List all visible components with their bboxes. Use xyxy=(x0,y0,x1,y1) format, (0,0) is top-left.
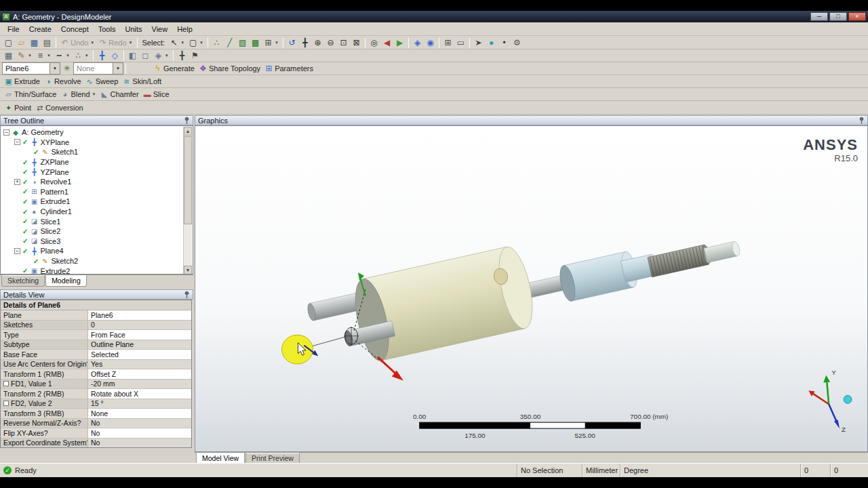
viewports-button[interactable]: ⊞ xyxy=(441,37,454,48)
save-button[interactable]: ▦ xyxy=(28,37,41,48)
wireframe-view-button[interactable]: ◻ xyxy=(139,50,152,62)
tree-item-extrude2[interactable]: ✓▣Extrude2 xyxy=(1,266,193,274)
menu-units[interactable]: Units xyxy=(120,23,146,35)
details-value[interactable]: Outline Plane xyxy=(88,340,191,350)
tree-item-xyplane[interactable]: −✓╋XYPlane xyxy=(1,138,193,148)
menu-help[interactable]: Help xyxy=(172,23,197,35)
chamfer-button[interactable]: ◣Chamfer xyxy=(98,89,140,100)
tree-item-zxplane[interactable]: ✓╋ZXPlane xyxy=(1,157,193,167)
thin-surface-button[interactable]: ▱Thin/Surface xyxy=(2,89,58,100)
zoom-fit-button[interactable]: ⊠ xyxy=(350,37,363,48)
menu-file[interactable]: File xyxy=(3,23,24,35)
settings-button[interactable]: ⚙ xyxy=(511,37,524,48)
tree-item-pattern1[interactable]: ✓⊞Pattern1 xyxy=(1,187,193,197)
details-value[interactable]: Rotate about X xyxy=(88,389,191,399)
scroll-down-icon[interactable]: ▼ xyxy=(184,266,192,274)
blend-button[interactable]: ◕Blend▼ xyxy=(58,89,98,100)
plane-axes-button[interactable]: ✳ xyxy=(60,63,73,75)
conversion-button[interactable]: ⇄Conversion xyxy=(33,102,85,113)
pin-icon[interactable] xyxy=(184,291,190,298)
maximize-button[interactable]: □ xyxy=(829,12,847,21)
plus-expander-icon[interactable]: + xyxy=(14,179,20,185)
rotate-view-button[interactable]: ↺ xyxy=(285,37,298,48)
sketch-filter-combo[interactable]: None ▼ xyxy=(73,62,123,75)
extrude-button[interactable]: ▣Extrude xyxy=(2,76,42,87)
orientation-triad[interactable]: Y Z xyxy=(808,369,852,433)
combo-arrow-icon[interactable]: ▼ xyxy=(50,63,60,74)
edge-color-button[interactable]: ✎▼ xyxy=(15,50,34,62)
tree-item-yzplane[interactable]: ✓╋YZPlane xyxy=(1,167,193,177)
tree-item-slice3[interactable]: ✓◪Slice3 xyxy=(1,237,193,247)
pin-icon[interactable] xyxy=(859,117,865,124)
look-at-button[interactable]: ◉ xyxy=(424,37,437,48)
print-button[interactable]: ▤ xyxy=(41,37,54,48)
selected-face-highlight[interactable] xyxy=(282,335,313,364)
filter-edges-button[interactable]: ╱ xyxy=(223,37,236,48)
zoom-out-button[interactable]: ⊖ xyxy=(324,37,337,48)
minus-expander-icon[interactable]: − xyxy=(14,248,20,254)
menu-tools[interactable]: Tools xyxy=(94,23,121,35)
checkbox-icon[interactable] xyxy=(3,381,9,386)
line-style-button[interactable]: ╍▼ xyxy=(53,50,72,62)
details-value[interactable]: No xyxy=(88,419,191,429)
tab-modeling[interactable]: Modeling xyxy=(45,275,87,287)
tree-item-plane4[interactable]: −✓╋Plane4 xyxy=(1,246,193,256)
combo-arrow-icon[interactable]: ▼ xyxy=(113,63,123,74)
active-plane-combo[interactable]: Plane6 ▼ xyxy=(2,62,60,75)
point-button[interactable]: ✦Point xyxy=(2,102,33,113)
details-value[interactable]: No xyxy=(88,428,191,439)
minimize-button[interactable]: ─ xyxy=(810,12,828,21)
next-view-button[interactable]: ▶ xyxy=(393,37,406,48)
magnifier-button[interactable]: ◎ xyxy=(368,37,380,48)
scroll-up-icon[interactable]: ▲ xyxy=(184,127,192,136)
details-value[interactable]: From Face xyxy=(88,330,191,340)
menu-view[interactable]: View xyxy=(147,23,173,35)
open-button[interactable]: ▱ xyxy=(15,37,28,48)
iso-ball-icon[interactable] xyxy=(844,395,852,403)
box-select-button[interactable]: ▢▼ xyxy=(186,37,205,48)
slice-button[interactable]: ▬Slice xyxy=(141,89,172,100)
line-weight-button[interactable]: ≡▼ xyxy=(34,50,53,62)
details-value[interactable]: Selected xyxy=(88,350,191,360)
zoom-in-button[interactable]: ⊕ xyxy=(311,37,324,48)
tree-item-slice1[interactable]: ✓◪Slice1 xyxy=(1,216,193,226)
sweep-button[interactable]: ∿Sweep xyxy=(83,76,121,87)
graphics-canvas[interactable]: ANSYS R15.0 xyxy=(195,125,868,452)
menu-create[interactable]: Create xyxy=(24,23,56,35)
minus-expander-icon[interactable]: − xyxy=(3,129,9,136)
tree-scrollbar[interactable]: ▲ ▼ xyxy=(183,127,192,274)
pin-icon[interactable] xyxy=(184,117,190,124)
details-value[interactable]: None xyxy=(88,409,191,419)
previous-view-button[interactable]: ◀ xyxy=(380,37,393,48)
shaded-view-button[interactable]: ◧ xyxy=(126,50,139,62)
tree-item-sketch2[interactable]: ✓✎Sketch2 xyxy=(1,256,193,266)
filter-bodies-button[interactable]: ▩ xyxy=(249,37,262,48)
tail-pipe-body[interactable] xyxy=(704,241,741,262)
tab-sketching[interactable]: Sketching xyxy=(1,275,45,287)
minus-expander-icon[interactable]: − xyxy=(14,139,20,145)
menu-concept[interactable]: Concept xyxy=(56,23,94,35)
generate-button[interactable]: ϟ Generate xyxy=(151,63,197,75)
details-value[interactable]: No xyxy=(88,439,191,449)
scroll-thumb[interactable] xyxy=(184,136,192,224)
isometric-view-button[interactable]: ◈ xyxy=(411,37,424,48)
share-topology-button[interactable]: ❖ Share Topology xyxy=(197,63,262,75)
details-value[interactable]: Plane6 xyxy=(88,310,191,321)
tree-item-sketch1[interactable]: ✓✎Sketch1 xyxy=(1,147,193,157)
details-value[interactable]: -20 mm xyxy=(88,380,191,390)
ruler-toggle-button[interactable]: ▭ xyxy=(454,37,467,48)
point-display-button[interactable]: • xyxy=(498,37,511,48)
flag-button[interactable]: ⚑ xyxy=(189,50,201,62)
skin-loft-button[interactable]: ≋Skin/Loft xyxy=(120,76,163,87)
box-zoom-button[interactable]: ⊡ xyxy=(337,37,350,48)
tree-item-revolve1[interactable]: +✓◑Revolve1 xyxy=(1,177,193,187)
filter-faces-button[interactable]: ▧ xyxy=(236,37,249,48)
select-mode-button[interactable]: ↖▼ xyxy=(167,37,186,48)
details-value[interactable]: Yes xyxy=(88,360,191,370)
parameters-button[interactable]: ⊞ Parameters xyxy=(262,63,315,75)
details-value[interactable]: 15 ° xyxy=(88,399,191,409)
details-value[interactable]: 0 xyxy=(88,321,191,331)
file-new-button[interactable]: ▢ xyxy=(2,37,15,48)
sphere-display-button[interactable]: ● xyxy=(485,37,498,48)
tree-item-a-geometry[interactable]: −◆A: Geometry xyxy=(1,127,193,138)
